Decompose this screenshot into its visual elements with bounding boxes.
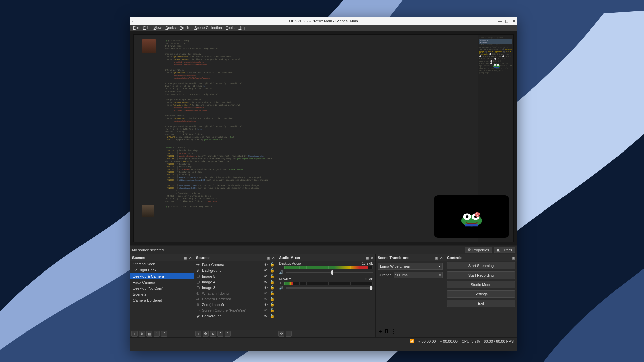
close-icon[interactable]: ✕ [440,256,443,260]
mixer-settings-button[interactable]: ⚙ [278,331,284,337]
speaker-icon[interactable]: 🔊 [279,286,284,290]
popout-icon[interactable]: ▣ [435,256,438,260]
source-item[interactable]: ≡▸Camera Bordered👁🔓 [194,296,277,302]
preview-area[interactable]: ~$ git status --long * activate -s true … [130,31,517,245]
mixer-menu-button[interactable]: ⋮ [286,331,292,337]
visibility-toggle[interactable]: 👁 [263,297,268,301]
menu-profile[interactable]: Profile [178,26,192,30]
scene-item[interactable]: Desktop (No Cam) [130,285,194,291]
start-streaming-button[interactable]: Start Streaming [447,262,515,269]
scene-item[interactable]: Starting Soon [130,261,194,267]
transition-menu-button[interactable]: ⋮ [391,328,396,335]
popout-icon[interactable]: ▣ [366,256,369,260]
source-item[interactable]: ▢Image 5👁🔓 [194,273,277,279]
visibility-toggle[interactable]: 👁 [263,286,268,290]
visibility-toggle[interactable]: 👁 [263,280,268,284]
spin-down-icon[interactable]: ▼ [439,275,441,277]
source-label: Backeround [202,314,222,318]
settings-button[interactable]: Settings [447,290,515,298]
remove-source-button[interactable]: 🗑 [203,331,209,337]
add-source-button[interactable]: ＋ [195,331,201,337]
terminal-content: ~$ git status --long * activate -s true … [165,39,476,238]
speaker-icon[interactable]: 🔊 [279,270,284,275]
channel-menu-icon[interactable]: ⋮ [279,266,282,270]
visibility-toggle[interactable]: 👁 [263,303,268,307]
sources-panel: Sources▣✕ ≡▸Faux Camera👁🔓🖌Background👁🔒▢I… [194,254,277,337]
source-item[interactable]: ◐What am I doing👁🔓 [194,290,277,296]
visibility-toggle[interactable]: 👁 [263,291,268,295]
menu-file[interactable]: File [131,26,141,30]
add-scene-button[interactable]: ＋ [131,331,138,337]
remove-transition-button[interactable]: 🗑 [384,328,390,335]
camera-overlay [434,195,509,238]
lock-toggle[interactable]: 🔓 [270,285,275,290]
scene-down-button[interactable]: ˅ [161,331,167,337]
source-item[interactable]: ▢Image 3👁🔓 [194,285,277,290]
scene-item[interactable]: Be Right Back [130,267,194,273]
visibility-toggle[interactable]: 👁 [263,314,268,318]
source-item[interactable]: 🗎Zed (dmabuf)👁🔓 [194,302,277,307]
source-item[interactable]: 🖌Backeround👁🔓 [194,313,277,319]
audio-meter [284,282,373,285]
menu-view[interactable]: View [152,26,163,30]
visibility-toggle[interactable]: 👁 [263,268,268,273]
filters-button[interactable]: ◧Filters [494,247,515,253]
volume-slider[interactable] [286,287,373,289]
minimize-button[interactable]: — [498,19,502,23]
remove-scene-button[interactable]: 🗑 [139,331,145,337]
scene-item[interactable]: Camera Bordered [130,297,194,303]
menu-edit[interactable]: Edit [142,26,151,30]
scene-up-button[interactable]: ˄ [154,331,160,337]
close-icon[interactable]: ✕ [371,256,373,260]
menu-tools[interactable]: Tools [224,26,236,30]
lock-toggle[interactable]: 🔓 [270,302,275,307]
pepe-icon [459,206,485,227]
mixer-channel: Desktop Audio-16.9 dB⋮🔊 [277,261,375,277]
exit-button[interactable]: Exit [447,300,515,307]
volume-slider[interactable] [286,272,373,273]
source-item[interactable]: ≡▸Faux Camera👁🔓 [194,262,277,267]
lock-toggle[interactable]: 🔓 [270,291,275,295]
transition-select[interactable]: Luma Wipe Linear▾ [378,263,443,270]
add-transition-button[interactable]: ＋ [378,328,383,335]
menubar: File Edit View Docks Profile Scene Colle… [130,25,517,31]
source-properties-button[interactable]: ⚙ [210,331,216,337]
menu-help[interactable]: Help [237,26,248,30]
lock-toggle[interactable]: 🔓 [270,262,275,267]
visibility-toggle[interactable]: 👁 [263,308,268,312]
scene-item[interactable]: Scene 2 [130,291,194,297]
visibility-toggle[interactable]: 👁 [263,274,268,278]
scene-item[interactable]: Faux Camera [130,279,194,285]
channel-db: 0.0 dB [364,277,373,281]
close-icon[interactable]: ✕ [272,256,275,260]
maximize-button[interactable]: ▢ [505,19,509,23]
source-down-button[interactable]: ˅ [225,331,231,337]
properties-button[interactable]: ⚙Properties [465,247,492,253]
source-item[interactable]: ▭Screen Capture (PipeWire)👁🔓 [194,307,277,313]
popout-icon[interactable]: ▣ [267,256,270,260]
close-icon[interactable]: ✕ [189,256,192,260]
lock-toggle[interactable]: 🔒 [270,268,275,273]
app-icon: ◦ [131,19,134,23]
visibility-toggle[interactable]: 👁 [263,263,268,267]
popout-icon[interactable]: ▣ [512,256,515,260]
lock-toggle[interactable]: 🔓 [270,314,275,318]
lock-toggle[interactable]: 🔓 [270,274,275,278]
scene-filter-button[interactable]: ▤ [146,331,152,337]
menu-scene-collection[interactable]: Scene Collection [193,26,224,30]
lock-toggle[interactable]: 🔓 [270,280,275,284]
scene-item[interactable]: Desktop & Camera [130,273,194,279]
duration-spinner[interactable]: 500 ms▲▼ [394,272,443,278]
source-item[interactable]: 🖌Background👁🔒 [194,267,277,273]
scenes-title: Scenes [132,256,145,260]
start-recording-button[interactable]: Start Recording [447,272,515,279]
studio-mode-button[interactable]: Studio Mode [447,281,515,288]
lock-toggle[interactable]: 🔓 [270,297,275,301]
channel-menu-icon[interactable]: ⋮ [279,282,282,285]
popout-icon[interactable]: ▣ [184,256,187,260]
source-item[interactable]: ▢Image 4👁🔓 [194,279,277,285]
close-button[interactable]: ✕ [512,19,516,23]
source-up-button[interactable]: ˄ [217,331,223,337]
lock-toggle[interactable]: 🔓 [270,308,275,312]
menu-docks[interactable]: Docks [164,26,177,30]
